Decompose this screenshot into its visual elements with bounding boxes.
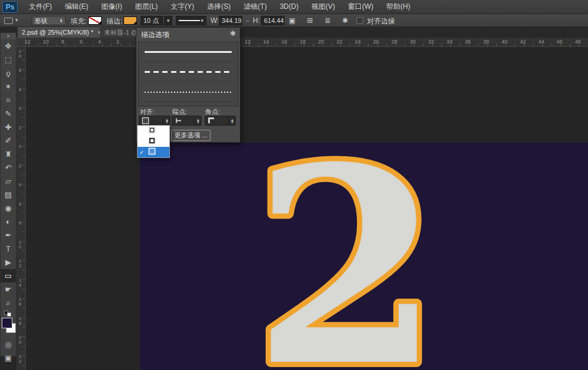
corners-select[interactable]: ▲▼ bbox=[205, 116, 236, 126]
stroke-width-dropdown[interactable]: ▾ bbox=[164, 16, 172, 25]
ruler-label: 6 bbox=[79, 39, 82, 45]
menu-item-9[interactable]: 窗口(W) bbox=[342, 0, 380, 14]
rectangle-tool[interactable]: ▭ bbox=[1, 269, 16, 282]
align-edges-checkbox[interactable] bbox=[356, 17, 363, 24]
horizontal-ruler[interactable]: 1210864224681012141618202224262830323436… bbox=[26, 38, 588, 47]
align-edges-label: 对齐边缘 bbox=[367, 16, 395, 26]
dashed-stroke-style[interactable] bbox=[139, 62, 238, 82]
shape-height-input[interactable]: 614.44 bbox=[261, 16, 285, 25]
caps-select[interactable]: ▲▼ bbox=[172, 116, 202, 126]
menu-item-6[interactable]: 滤镜(T) bbox=[237, 0, 273, 14]
path-operations-icon[interactable]: ▣ bbox=[287, 16, 298, 25]
menu-item-4[interactable]: 文字(Y) bbox=[164, 0, 201, 14]
lasso-tool[interactable]: ϙ bbox=[1, 66, 16, 80]
default-swap-colors-icon[interactable] bbox=[4, 311, 12, 317]
photoshop-logo: Ps bbox=[2, 1, 18, 13]
eyedropper-tool[interactable]: ✎ bbox=[1, 107, 16, 120]
stroke-width-input[interactable]: 10 点 bbox=[141, 16, 163, 25]
menu-item-10[interactable]: 帮助(H) bbox=[380, 0, 417, 14]
align-inside-option[interactable] bbox=[138, 126, 169, 136]
history-brush-tool[interactable]: ↶ bbox=[1, 161, 16, 174]
brush-tool[interactable]: ✐ bbox=[1, 134, 16, 147]
panel-title: 描边选项 bbox=[141, 30, 169, 40]
path-alignment-icon[interactable]: ⊞ bbox=[305, 16, 315, 25]
ruler-label: 2 2 bbox=[19, 355, 21, 364]
ruler-label: 4 bbox=[19, 183, 21, 187]
chevron-down-icon: ▾ bbox=[201, 18, 203, 23]
stroke-color-swatch[interactable] bbox=[123, 16, 137, 25]
foreground-color-swatch[interactable] bbox=[2, 318, 12, 328]
corners-label: 角点: bbox=[205, 107, 220, 116]
ruler-label: 4 bbox=[19, 106, 21, 111]
ruler-label: 8 bbox=[19, 68, 21, 73]
marquee-tool[interactable]: ⬚ bbox=[1, 53, 16, 66]
ruler-label: 6 bbox=[19, 88, 21, 92]
path-arrangement-icon[interactable]: ≣ bbox=[322, 16, 333, 25]
hand-tool[interactable]: ☛ bbox=[1, 282, 16, 296]
select-arrows-icon: ▲▼ bbox=[163, 116, 169, 125]
more-options-button[interactable]: 更多选项 ... bbox=[171, 130, 211, 141]
ruler-label: 22 bbox=[336, 39, 342, 45]
menu-item-3[interactable]: 图层(L) bbox=[129, 0, 165, 14]
dotted-stroke-style[interactable] bbox=[139, 82, 238, 102]
document-canvas[interactable]: 2 bbox=[140, 143, 588, 370]
link-dimensions-icon[interactable]: ⇔ bbox=[245, 16, 251, 23]
zoom-tool[interactable]: ⌕ bbox=[1, 296, 16, 310]
move-tool[interactable]: ✥ bbox=[1, 39, 16, 53]
quick-mask-button[interactable]: ◎ bbox=[1, 338, 16, 351]
stroke-sample-line bbox=[145, 92, 232, 93]
menu-item-7[interactable]: 3D(D) bbox=[273, 0, 305, 14]
tool-preset-dropdown-arrow[interactable]: ▾ bbox=[15, 17, 18, 23]
toolbar-collapse-button[interactable]: » bbox=[1, 33, 16, 39]
options-bar: ▾ 形状 ▲▼ 填充: 描边: 10 点 ▾ ▾ W: 344.19 ⇔ H: … bbox=[0, 14, 588, 27]
ruler-label: 40 bbox=[502, 39, 507, 45]
tool-preset-icon[interactable] bbox=[4, 18, 13, 24]
clone-stamp-tool[interactable]: ♜ bbox=[1, 147, 16, 161]
select-arrows-icon: ▲▼ bbox=[59, 18, 63, 23]
number-2-artwork: 2 bbox=[140, 143, 588, 370]
stroke-sample-line bbox=[145, 71, 232, 73]
ruler-label: 10 bbox=[43, 39, 49, 45]
menu-item-2[interactable]: 图像(I) bbox=[95, 0, 128, 14]
menu-item-0[interactable]: 文件(F) bbox=[22, 0, 58, 14]
align-center-option[interactable] bbox=[138, 136, 169, 147]
stroke-style-select[interactable]: ▾ bbox=[176, 16, 206, 25]
align-outside-option[interactable]: ✓ bbox=[138, 147, 169, 157]
stroke-label: 描边: bbox=[106, 16, 122, 26]
healing-brush-tool[interactable]: ✚ bbox=[1, 120, 16, 134]
ruler-label: 38 bbox=[483, 39, 489, 45]
fill-color-swatch[interactable] bbox=[88, 16, 102, 25]
screen-mode-button[interactable]: ▣ bbox=[1, 351, 16, 365]
menu-item-1[interactable]: 编辑(E) bbox=[58, 0, 95, 14]
ruler-label: 0 bbox=[19, 144, 21, 149]
ruler-label: 1 0 bbox=[19, 49, 21, 59]
ruler-label: 36 bbox=[465, 39, 471, 45]
document-tab-0[interactable]: 2.psd @ 25%(CMYK/8) *× bbox=[18, 27, 106, 38]
crop-tool[interactable]: ⌗ bbox=[1, 93, 16, 107]
solid-stroke-style[interactable] bbox=[139, 42, 238, 62]
ruler-label: 30 bbox=[410, 39, 416, 45]
select-arrows-icon: ▲▼ bbox=[194, 116, 200, 125]
quick-selection-tool[interactable]: ✶ bbox=[1, 80, 16, 93]
menu-item-5[interactable]: 选择(S) bbox=[201, 0, 237, 14]
blur-tool[interactable]: ◉ bbox=[1, 201, 16, 215]
fill-label: 填充: bbox=[71, 16, 86, 26]
gradient-tool[interactable]: ▤ bbox=[1, 188, 16, 201]
menu-bar: Ps 文件(F)编辑(E)图像(I)图层(L)文字(Y)选择(S)滤镜(T)3D… bbox=[0, 0, 588, 14]
tools-panel: » ✥⬚ϙ✶⌗✎✚✐♜↶▱▤◉◐✒T▶▭☛⌕ ◎ ▣ bbox=[0, 32, 16, 356]
ruler-label: 1 8 bbox=[19, 317, 21, 326]
stroke-sample-line bbox=[145, 51, 232, 53]
align-select[interactable]: ▲▼ bbox=[139, 116, 171, 126]
type-tool[interactable]: T bbox=[1, 242, 16, 255]
dodge-tool[interactable]: ◐ bbox=[1, 215, 16, 228]
vertical-ruler[interactable]: 1 08642024681 01 21 41 61 82 02 22 4 bbox=[16, 47, 26, 370]
path-selection-tool[interactable]: ▶ bbox=[1, 255, 16, 269]
gear-icon[interactable]: ✱ bbox=[230, 29, 236, 38]
menu-item-8[interactable]: 视图(V) bbox=[305, 0, 342, 14]
geometry-options-gear-icon[interactable]: ✱ bbox=[340, 16, 350, 25]
eraser-tool[interactable]: ▱ bbox=[1, 174, 16, 188]
shape-width-input[interactable]: 344.19 bbox=[219, 16, 242, 25]
tool-mode-select[interactable]: 形状 ▲▼ bbox=[32, 16, 66, 25]
pen-tool[interactable]: ✒ bbox=[1, 228, 16, 242]
document-tab-bar: 2.psd @ 25%(CMYK/8) *×未标题-1 @ 6 bbox=[0, 27, 588, 38]
